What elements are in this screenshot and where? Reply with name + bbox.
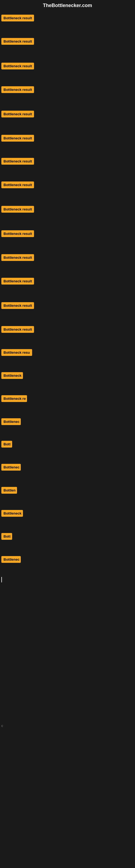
bottleneck-badge-15[interactable]: Bottleneck resu bbox=[1, 349, 32, 356]
result-row-20: Bottlenec bbox=[0, 462, 22, 473]
result-row-16: Bottleneck bbox=[0, 370, 24, 381]
site-title: TheBottlenecker.com bbox=[0, 0, 135, 12]
result-row-5: Bottleneck result bbox=[0, 108, 35, 120]
bottleneck-badge-5[interactable]: Bottleneck result bbox=[1, 111, 34, 118]
bottleneck-badge-10[interactable]: Bottleneck result bbox=[1, 230, 34, 237]
bottleneck-badge-8[interactable]: Bottleneck result bbox=[1, 182, 34, 188]
bottleneck-badge-23[interactable]: Bott bbox=[1, 533, 12, 540]
result-row-21: Bottlen bbox=[0, 485, 18, 496]
bottleneck-badge-9[interactable]: Bottleneck result bbox=[1, 206, 34, 213]
bottleneck-badge-13[interactable]: Bottleneck result bbox=[1, 302, 34, 309]
bottleneck-badge-4[interactable]: Bottleneck result bbox=[1, 86, 34, 93]
bottleneck-badge-17[interactable]: Bottleneck re bbox=[1, 395, 27, 402]
result-row-19: Bott bbox=[0, 439, 13, 450]
result-row-3: Bottleneck result bbox=[0, 61, 35, 72]
result-row-6: Bottleneck result bbox=[0, 133, 35, 144]
result-row-17: Bottleneck re bbox=[0, 393, 28, 404]
result-row-9: Bottleneck result bbox=[0, 204, 35, 215]
bottleneck-badge-2[interactable]: Bottleneck result bbox=[1, 38, 34, 45]
result-row-7: Bottleneck result bbox=[0, 156, 35, 167]
bottleneck-badge-14[interactable]: Bottleneck result bbox=[1, 326, 34, 333]
result-row-4: Bottleneck result bbox=[0, 84, 35, 95]
result-row-18: Bottlenec bbox=[0, 416, 22, 427]
result-row-15: Bottleneck resu bbox=[0, 347, 34, 358]
bottleneck-badge-11[interactable]: Bottleneck result bbox=[1, 254, 34, 261]
bottleneck-badge-16[interactable]: Bottleneck bbox=[1, 372, 23, 379]
bottleneck-badge-1[interactable]: Bottleneck result bbox=[1, 14, 34, 22]
bottleneck-badge-7[interactable]: Bottleneck result bbox=[1, 158, 34, 165]
result-row-24: Bottlenec bbox=[0, 554, 22, 565]
bottleneck-badge-12[interactable]: Bottleneck result bbox=[1, 278, 34, 284]
bottleneck-badge-22[interactable]: Bottleneck bbox=[1, 510, 23, 517]
result-row-14: Bottleneck result bbox=[0, 324, 35, 335]
bottleneck-badge-21[interactable]: Bottlen bbox=[1, 487, 17, 494]
result-row-13: Bottleneck result bbox=[0, 300, 35, 311]
bottleneck-badge-3[interactable]: Bottleneck result bbox=[1, 63, 34, 69]
result-row-23: Bott bbox=[0, 531, 13, 542]
bottleneck-badge-24[interactable]: Bottlenec bbox=[1, 556, 21, 563]
bottleneck-badge-20[interactable]: Bottlenec bbox=[1, 464, 21, 471]
bottleneck-badge-6[interactable]: Bottleneck result bbox=[1, 135, 34, 142]
result-row-1: Bottleneck result bbox=[0, 12, 35, 24]
bottleneck-badge-19[interactable]: Bott bbox=[1, 441, 12, 447]
small-bottom-label: c bbox=[1, 724, 3, 728]
result-row-10: Bottleneck result bbox=[0, 228, 35, 239]
result-row-12: Bottleneck result bbox=[0, 276, 35, 287]
bottleneck-badge-18[interactable]: Bottlenec bbox=[1, 418, 21, 425]
result-row-2: Bottleneck result bbox=[0, 36, 35, 47]
result-row-11: Bottleneck result bbox=[0, 252, 35, 263]
result-row-8: Bottleneck result bbox=[0, 179, 35, 190]
text-cursor bbox=[1, 577, 2, 582]
result-row-22: Bottleneck bbox=[0, 508, 24, 519]
